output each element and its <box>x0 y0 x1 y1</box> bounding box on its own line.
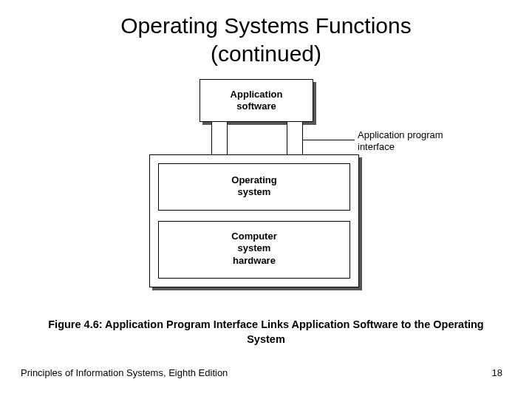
title-line-2: (continued) <box>211 41 321 66</box>
app-label-line1: Application <box>231 89 283 100</box>
title-line-1: Operating Systems Functions <box>120 13 412 38</box>
slide-title: Operating Systems Functions (continued) <box>0 0 532 67</box>
diagram: Application software Application program… <box>0 78 532 307</box>
os-label-line1: Operating <box>231 174 276 185</box>
connector-left <box>211 122 228 154</box>
os-box: Operating system <box>158 163 350 211</box>
api-label-line1: Application program <box>358 129 443 140</box>
page-number: 18 <box>492 367 502 378</box>
app-software-box: Application software <box>200 79 313 122</box>
os-label-line2: system <box>238 186 271 197</box>
hw-label-line2: system <box>238 242 271 253</box>
connector-right <box>287 122 303 154</box>
hardware-box: Computer system hardware <box>158 221 350 279</box>
hw-label-line1: Computer <box>231 231 276 242</box>
api-label: Application program interface <box>358 129 443 154</box>
app-label-line2: software <box>236 100 276 112</box>
figure-caption: Figure 4.6: Application Program Interfac… <box>0 318 532 347</box>
hw-label-line3: hardware <box>233 255 276 266</box>
footer-source: Principles of Information Systems, Eight… <box>21 367 228 378</box>
api-label-line2: interface <box>358 141 395 152</box>
api-pointer-line <box>303 140 355 140</box>
